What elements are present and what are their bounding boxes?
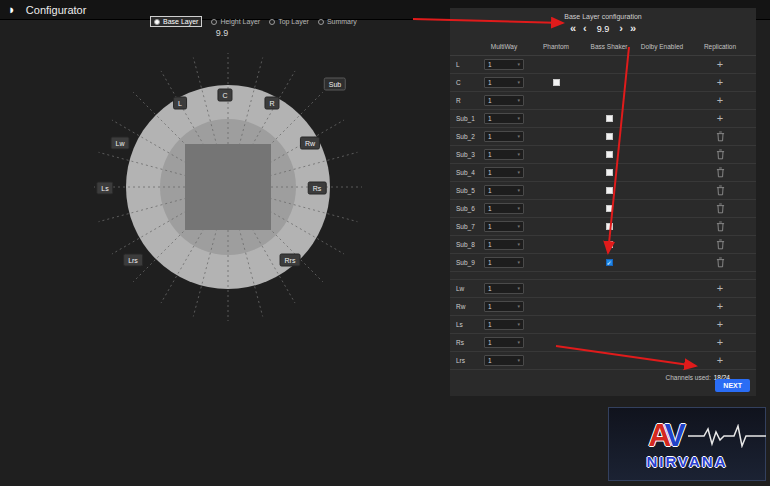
prev-layout-button[interactable]: ‹: [583, 23, 587, 34]
dropdown-caret-icon: ▾: [517, 340, 520, 345]
bass-checkbox[interactable]: [606, 223, 613, 230]
trash-icon: [716, 149, 725, 160]
channel-label: R: [450, 97, 480, 104]
delete-replication-button[interactable]: [716, 221, 725, 232]
phantom-checkbox[interactable]: [553, 79, 560, 86]
channel-label: Rs: [450, 339, 480, 346]
delete-replication-button[interactable]: [716, 149, 725, 160]
channel-label: L: [450, 61, 480, 68]
add-replication-button[interactable]: +: [717, 319, 723, 330]
multiway-value: 1: [488, 151, 492, 158]
speaker-label-c[interactable]: C: [217, 89, 232, 102]
multiway-select[interactable]: 1▾: [484, 319, 524, 330]
add-replication-button[interactable]: +: [717, 95, 723, 106]
speaker-label-rw[interactable]: Rw: [300, 137, 320, 150]
channel-row-c: C1▾+: [450, 74, 756, 92]
delete-replication-button[interactable]: [716, 257, 725, 268]
speaker-label-ls[interactable]: Ls: [96, 182, 113, 195]
multiway-value: 1: [488, 357, 492, 364]
logo-letter-v: V: [664, 419, 685, 451]
multiway-select[interactable]: 1▾: [484, 149, 524, 160]
speaker-label-l[interactable]: L: [173, 97, 187, 110]
dropdown-caret-icon: ▾: [517, 62, 520, 67]
multiway-select[interactable]: 1▾: [484, 95, 524, 106]
add-replication-button[interactable]: +: [717, 337, 723, 348]
channel-row-sub_1: Sub_11▾+: [450, 110, 756, 128]
delete-replication-button[interactable]: [716, 203, 725, 214]
multiway-select[interactable]: 1▾: [484, 337, 524, 348]
channel-label: Sub_8: [450, 241, 480, 248]
dropdown-caret-icon: ▾: [517, 286, 520, 291]
add-replication-button[interactable]: +: [717, 283, 723, 294]
multiway-value: 1: [488, 321, 492, 328]
dropdown-caret-icon: ▾: [517, 224, 520, 229]
channel-label: Sub_1: [450, 115, 480, 122]
add-replication-button[interactable]: +: [717, 59, 723, 70]
speaker-label-rs[interactable]: Rs: [308, 182, 327, 195]
channel-label: Sub_5: [450, 187, 480, 194]
multiway-select[interactable]: 1▾: [484, 77, 524, 88]
layer-selector: Base LayerHeight LayerTop LayerSummary: [150, 16, 357, 27]
bass-checkbox[interactable]: [606, 241, 613, 248]
layer-tab-label: Top Layer: [278, 18, 309, 25]
radio-icon: [318, 19, 324, 25]
delete-replication-button[interactable]: [716, 185, 725, 196]
multiway-select[interactable]: 1▾: [484, 239, 524, 250]
multiway-value: 1: [488, 259, 492, 266]
layer-tab-summary[interactable]: Summary: [318, 18, 357, 25]
speaker-label-sub[interactable]: Sub: [324, 78, 346, 91]
room-square: [185, 144, 271, 230]
speaker-label-lrs[interactable]: Lrs: [123, 254, 143, 267]
multiway-select[interactable]: 1▾: [484, 355, 524, 366]
layer-tab-base-layer[interactable]: Base Layer: [150, 16, 202, 27]
first-layout-button[interactable]: «: [570, 23, 576, 34]
multiway-select[interactable]: 1▾: [484, 59, 524, 70]
channel-row-r: R1▾+: [450, 92, 756, 110]
multiway-select[interactable]: 1▾: [484, 257, 524, 268]
channel-row-sub_8: Sub_81▾: [450, 236, 756, 254]
add-replication-button[interactable]: +: [717, 113, 723, 124]
multiway-value: 1: [488, 285, 492, 292]
layer-tab-top-layer[interactable]: Top Layer: [269, 18, 309, 25]
channel-label: Sub_7: [450, 223, 480, 230]
multiway-select[interactable]: 1▾: [484, 131, 524, 142]
layer-tab-height-layer[interactable]: Height Layer: [211, 18, 260, 25]
bass-checkbox[interactable]: [606, 115, 613, 122]
layer-tab-label: Summary: [327, 18, 357, 25]
speaker-label-lw[interactable]: Lw: [111, 137, 130, 150]
layer-tab-label: Base Layer: [163, 18, 198, 25]
next-layout-button[interactable]: ›: [619, 23, 623, 34]
add-replication-button[interactable]: +: [717, 355, 723, 366]
multiway-select[interactable]: 1▾: [484, 185, 524, 196]
multiway-select[interactable]: 1▾: [484, 221, 524, 232]
multiway-select[interactable]: 1▾: [484, 113, 524, 124]
bass-checkbox[interactable]: [606, 187, 613, 194]
layout-nav-value: 9.9: [597, 24, 610, 34]
channel-label: C: [450, 79, 480, 86]
speaker-label-rrs[interactable]: Rrs: [280, 254, 301, 267]
radio-icon: [154, 19, 160, 25]
add-replication-button[interactable]: +: [717, 77, 723, 88]
delete-replication-button[interactable]: [716, 239, 725, 250]
waveform-icon: [688, 424, 766, 448]
multiway-select[interactable]: 1▾: [484, 301, 524, 312]
speaker-label-r[interactable]: R: [264, 97, 279, 110]
multiway-select[interactable]: 1▾: [484, 167, 524, 178]
bass-checkbox[interactable]: [606, 205, 613, 212]
bass-checkbox[interactable]: [606, 169, 613, 176]
delete-replication-button[interactable]: [716, 167, 725, 178]
bass-checkbox[interactable]: [606, 151, 613, 158]
add-replication-button[interactable]: +: [717, 301, 723, 312]
delete-replication-button[interactable]: [716, 131, 725, 142]
app-title: Configurator: [26, 4, 87, 16]
bass-checkbox[interactable]: [606, 133, 613, 140]
config-panel: Base Layer configuration « ‹ 9.9 › » Mul…: [450, 8, 756, 396]
channel-row-sub_5: Sub_51▾: [450, 182, 756, 200]
dropdown-caret-icon: ▾: [517, 358, 520, 363]
bass-checkbox[interactable]: ✓: [606, 259, 613, 266]
next-button[interactable]: NEXT: [715, 379, 750, 392]
last-layout-button[interactable]: »: [630, 23, 636, 34]
multiway-value: 1: [488, 97, 492, 104]
multiway-select[interactable]: 1▾: [484, 203, 524, 214]
multiway-select[interactable]: 1▾: [484, 283, 524, 294]
